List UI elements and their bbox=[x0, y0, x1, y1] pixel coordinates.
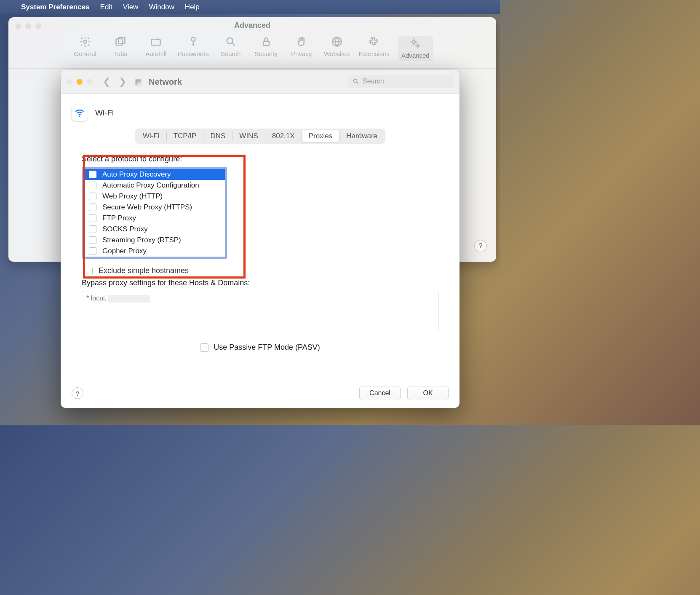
sheet-toolbar: ❮ ❯ ▦ Network Search bbox=[61, 70, 460, 94]
svg-point-4 bbox=[191, 38, 195, 41]
search-icon bbox=[353, 78, 359, 85]
protocol-row-auto-config[interactable]: Automatic Proxy Configuration bbox=[84, 180, 225, 191]
toolbar-security[interactable]: Security bbox=[253, 36, 280, 61]
pencil-box-icon bbox=[150, 36, 162, 48]
checkbox[interactable] bbox=[200, 343, 208, 352]
passive-ftp-row[interactable]: Use Passive FTP Mode (PASV) bbox=[72, 343, 449, 352]
menu-help[interactable]: Help bbox=[185, 3, 200, 11]
svg-point-5 bbox=[227, 38, 232, 44]
bypass-value: *.local, bbox=[86, 295, 108, 302]
gear-icon bbox=[79, 36, 91, 48]
toolbar-extensions[interactable]: Extensions bbox=[359, 36, 390, 61]
menu-window[interactable]: Window bbox=[149, 3, 174, 11]
protocol-row-auto-discovery[interactable]: Auto Proxy Discovery bbox=[84, 169, 225, 180]
traffic-lights bbox=[15, 23, 41, 29]
svg-point-0 bbox=[84, 40, 87, 43]
close-button[interactable] bbox=[67, 79, 72, 85]
protocol-row-http[interactable]: Web Proxy (HTTP) bbox=[84, 191, 225, 202]
toolbar-tabs[interactable]: Tabs bbox=[107, 36, 134, 61]
toolbar-label: Passwords bbox=[178, 50, 208, 57]
forward-button[interactable]: ❯ bbox=[119, 76, 126, 87]
cancel-button[interactable]: Cancel bbox=[359, 386, 401, 400]
tab-hardware[interactable]: Hardware bbox=[339, 130, 384, 142]
toolbar-search[interactable]: Search bbox=[217, 36, 244, 61]
close-button[interactable] bbox=[15, 23, 21, 29]
tabs-icon bbox=[115, 36, 126, 48]
traffic-lights bbox=[67, 79, 93, 85]
menu-edit[interactable]: Edit bbox=[100, 3, 112, 11]
toolbar-label: Extensions bbox=[359, 50, 390, 57]
protocol-label: Auto Proxy Discovery bbox=[102, 170, 171, 179]
protocol-row-https[interactable]: Secure Web Proxy (HTTPS) bbox=[84, 202, 225, 213]
key-icon bbox=[187, 36, 199, 48]
hand-icon bbox=[296, 36, 307, 48]
search-placeholder: Search bbox=[363, 78, 384, 85]
interface-name: Wi-Fi bbox=[95, 108, 114, 118]
svg-rect-6 bbox=[263, 41, 269, 46]
toolbar-autofill[interactable]: AutoFill bbox=[142, 36, 169, 61]
toolbar-label: Tabs bbox=[114, 50, 127, 57]
help-button[interactable]: ? bbox=[72, 387, 83, 399]
search-field[interactable]: Search bbox=[348, 75, 454, 88]
tab-wins[interactable]: WINS bbox=[232, 130, 265, 142]
tab-bar: Wi-Fi TCP/IP DNS WINS 802.1X Proxies Har… bbox=[72, 129, 449, 144]
window-title: Network bbox=[149, 77, 182, 87]
checkbox[interactable] bbox=[89, 193, 96, 200]
globe-icon bbox=[331, 36, 343, 48]
search-icon bbox=[225, 36, 237, 48]
prefs-toolbar: General Tabs AutoFill Passwords Search S… bbox=[8, 33, 496, 69]
checkbox[interactable] bbox=[89, 236, 96, 244]
toolbar-general[interactable]: General bbox=[72, 36, 99, 61]
zoom-button[interactable] bbox=[35, 23, 41, 29]
checkbox[interactable] bbox=[89, 214, 96, 222]
toolbar-advanced[interactable]: Advanced bbox=[398, 36, 433, 61]
interface-header: Wi-Fi bbox=[72, 105, 449, 121]
tab-8021x[interactable]: 802.1X bbox=[265, 130, 302, 142]
protocol-list[interactable]: Auto Proxy Discovery Automatic Proxy Con… bbox=[82, 167, 227, 259]
zoom-button[interactable] bbox=[87, 79, 93, 85]
protocol-label: Web Proxy (HTTP) bbox=[102, 192, 163, 201]
toolbar-websites[interactable]: Websites bbox=[323, 36, 350, 61]
checkbox[interactable] bbox=[89, 247, 96, 255]
tab-dns[interactable]: DNS bbox=[203, 130, 232, 142]
toolbar-passwords[interactable]: Passwords bbox=[178, 36, 208, 61]
help-button[interactable]: ? bbox=[474, 240, 487, 252]
protocol-row-rtsp[interactable]: Streaming Proxy (RTSP) bbox=[84, 235, 225, 246]
toolbar-label: Advanced bbox=[401, 52, 430, 59]
protocol-row-gopher[interactable]: Gopher Proxy bbox=[84, 246, 225, 257]
protocol-row-ftp[interactable]: FTP Proxy bbox=[84, 213, 225, 224]
back-button[interactable]: ❮ bbox=[103, 76, 110, 87]
minimize-button[interactable] bbox=[25, 23, 31, 29]
bypass-label: Bypass proxy settings for these Hosts & … bbox=[82, 279, 449, 287]
lock-icon bbox=[260, 36, 272, 48]
toolbar-label: Privacy bbox=[291, 50, 312, 57]
checkbox[interactable] bbox=[89, 171, 96, 178]
svg-point-11 bbox=[79, 115, 80, 117]
sheet-body: Wi-Fi Wi-Fi TCP/IP DNS WINS 802.1X Proxi… bbox=[61, 94, 460, 358]
checkbox[interactable] bbox=[89, 225, 96, 233]
bypass-textbox[interactable]: *.local, bbox=[82, 291, 438, 331]
app-menu[interactable]: System Preferences bbox=[21, 3, 90, 11]
passive-ftp-label: Use Passive FTP Mode (PASV) bbox=[214, 343, 320, 352]
protocol-label: FTP Proxy bbox=[102, 214, 136, 222]
toolbar-privacy[interactable]: Privacy bbox=[288, 36, 315, 61]
ok-button[interactable]: OK bbox=[407, 386, 449, 400]
checkbox[interactable] bbox=[89, 204, 96, 211]
redacted-text bbox=[108, 295, 150, 303]
toolbar-label: Search bbox=[221, 50, 241, 57]
protocol-label: Secure Web Proxy (HTTPS) bbox=[102, 203, 192, 212]
tab-wifi[interactable]: Wi-Fi bbox=[136, 130, 166, 142]
protocol-label: Streaming Proxy (RTSP) bbox=[102, 236, 181, 244]
checkbox[interactable] bbox=[84, 267, 93, 275]
exclude-simple-row[interactable]: Exclude simple hostnames bbox=[84, 266, 449, 275]
menu-view[interactable]: View bbox=[123, 3, 139, 11]
menu-bar: System Preferences Edit View Window Help bbox=[0, 0, 500, 14]
sheet-footer: ? Cancel OK bbox=[61, 386, 460, 400]
wifi-icon bbox=[72, 105, 88, 121]
tab-proxies[interactable]: Proxies bbox=[302, 130, 339, 142]
tab-tcpip[interactable]: TCP/IP bbox=[167, 130, 203, 142]
minimize-button[interactable] bbox=[77, 79, 83, 85]
protocol-row-socks[interactable]: SOCKS Proxy bbox=[84, 224, 225, 235]
grid-icon[interactable]: ▦ bbox=[135, 77, 142, 86]
checkbox[interactable] bbox=[89, 182, 96, 189]
